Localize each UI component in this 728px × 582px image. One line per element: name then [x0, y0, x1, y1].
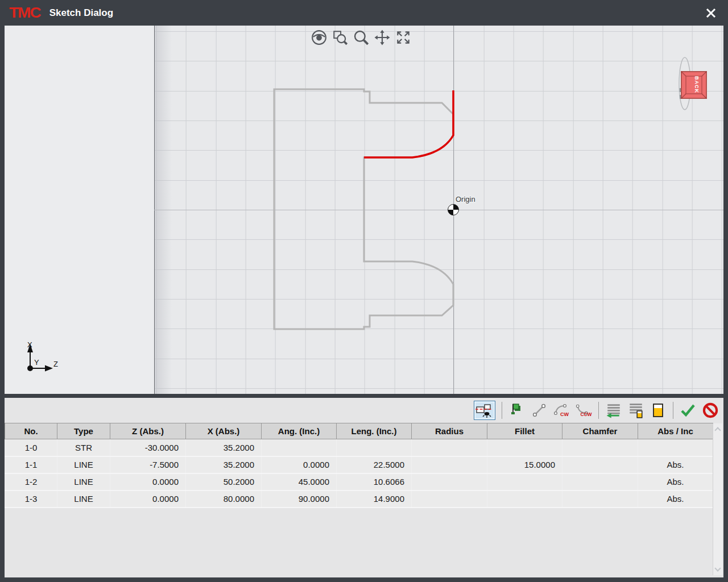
zoom-icon	[353, 30, 369, 45]
view-toolbar	[311, 29, 412, 46]
cell-absinc	[638, 439, 713, 456]
cw-label: CW	[560, 411, 569, 417]
cell-x[interactable]: 35.2000	[186, 456, 262, 473]
table-row[interactable]: 1-3 LINE 0.0000 80.0000 90.0000 14.9000 …	[5, 490, 713, 508]
cell-ang[interactable]: 0.0000	[262, 456, 337, 473]
cell-chamfer[interactable]	[562, 473, 638, 490]
fit-view-button[interactable]	[395, 29, 412, 46]
confirm-check-icon	[680, 403, 697, 418]
insert-row-after-button[interactable]	[627, 402, 644, 419]
window-title: Sketch Dialog	[49, 7, 113, 19]
pan-icon	[374, 30, 390, 45]
col-header-leng: Leng. (Inc.)	[337, 423, 412, 439]
zoom-window-button[interactable]	[332, 29, 349, 46]
insert-row-before-button[interactable]	[605, 402, 622, 419]
cell-ang[interactable]: 45.0000	[262, 473, 337, 490]
cell-fillet[interactable]: 15.0000	[487, 456, 562, 473]
col-header-ang: Ang. (Inc.)	[262, 423, 337, 439]
arc-cw-icon: CW	[553, 403, 570, 418]
cell-chamfer[interactable]	[562, 456, 638, 473]
sketch-toolbar: CW CCW	[5, 398, 719, 423]
toolbar-separator	[502, 402, 502, 419]
close-button[interactable]	[703, 5, 719, 21]
close-icon	[705, 7, 717, 19]
confirm-button[interactable]	[680, 402, 697, 419]
title-bar: TMC Sketch Dialog	[0, 0, 728, 26]
cell-leng[interactable]: 10.6066	[337, 473, 412, 490]
back-widget[interactable]: BACK	[664, 31, 721, 111]
cell-absinc[interactable]: Abs.	[638, 473, 713, 490]
arc-ccw-button[interactable]: CCW	[575, 402, 592, 419]
cell-z[interactable]: -30.0000	[110, 439, 186, 456]
sketch-canvas[interactable]: Origin X Y Z	[5, 26, 723, 394]
table-header-row: No. Type Z (Abs.) X (Abs.) Ang. (Inc.) L…	[5, 423, 713, 439]
cell-chamfer[interactable]	[562, 490, 638, 508]
cancel-button[interactable]	[702, 402, 719, 419]
cell-x[interactable]: 80.0000	[186, 490, 262, 508]
cell-type[interactable]: LINE	[57, 456, 110, 473]
flag-icon	[510, 402, 524, 418]
cell-leng[interactable]: 14.9000	[337, 490, 412, 508]
cell-fillet[interactable]	[487, 473, 562, 490]
cell-type[interactable]: LINE	[57, 490, 110, 508]
axis-label-y: Y	[34, 358, 39, 367]
zoom-window-icon	[332, 30, 348, 45]
sketch-dialog-window: TMC Sketch Dialog Origi	[0, 0, 728, 582]
z-axis-line	[154, 210, 723, 210]
col-header-chamfer: Chamfer	[562, 423, 638, 439]
cell-fillet[interactable]	[487, 490, 562, 508]
cell-x[interactable]: 50.2000	[186, 473, 262, 490]
table-row[interactable]: 1-0 STR -30.0000 35.2000	[5, 439, 713, 456]
line-icon	[532, 403, 547, 418]
profile-view-icon	[475, 403, 494, 418]
back-label: BACK	[694, 76, 700, 93]
cell-type[interactable]: STR	[57, 439, 110, 456]
cell-z[interactable]: -7.5000	[110, 456, 186, 473]
cell-absinc[interactable]: Abs.	[638, 456, 713, 473]
zoom-button[interactable]	[353, 29, 370, 46]
axis-triad: X Y Z	[27, 340, 58, 372]
table-scrollbar[interactable]	[713, 423, 722, 575]
cell-x[interactable]: 35.2000	[186, 439, 262, 456]
table-row[interactable]: 1-2 LINE 0.0000 50.2000 45.0000 10.6066 …	[5, 473, 713, 490]
col-header-type: Type	[57, 423, 110, 439]
cell-z[interactable]: 0.0000	[110, 490, 186, 508]
flag-button[interactable]	[508, 402, 526, 419]
sketch-table-panel: CW CCW	[5, 398, 723, 577]
cell-absinc[interactable]: Abs.	[638, 490, 713, 508]
edit-cell-button[interactable]	[650, 402, 667, 419]
line-tool-button[interactable]	[531, 402, 548, 419]
pan-button[interactable]	[374, 29, 391, 46]
cell-no[interactable]: 1-0	[5, 439, 57, 456]
insert-row-after-icon	[628, 402, 644, 418]
cell-leng[interactable]: 22.5000	[337, 456, 412, 473]
view-eye-icon	[311, 30, 327, 45]
cell-z[interactable]: 0.0000	[110, 473, 186, 490]
view-eye-button[interactable]	[311, 29, 328, 46]
arc-ccw-icon: CCW	[575, 403, 592, 418]
cell-chamfer	[562, 439, 638, 456]
cell-radius	[412, 456, 487, 473]
toolbar-separator	[598, 402, 599, 419]
col-header-no: No.	[5, 423, 57, 439]
cell-leng	[337, 439, 412, 456]
cell-no[interactable]: 1-1	[5, 456, 57, 473]
cell-radius	[412, 490, 487, 508]
scroll-down-icon[interactable]	[714, 565, 721, 571]
ccw-label: CCW	[580, 411, 592, 417]
col-header-radius: Radius	[412, 423, 487, 439]
profile-view-toggle-button[interactable]	[474, 401, 495, 420]
cell-radius	[412, 473, 487, 490]
arc-cw-button[interactable]: CW	[553, 402, 570, 419]
cell-no[interactable]: 1-2	[5, 473, 57, 490]
x-axis-line	[453, 26, 454, 394]
cell-radius	[412, 439, 487, 456]
fit-view-icon	[395, 30, 411, 45]
cell-no[interactable]: 1-3	[5, 490, 57, 508]
scroll-up-icon[interactable]	[714, 427, 721, 433]
panel-divider	[5, 394, 723, 398]
cell-ang[interactable]: 90.0000	[262, 490, 337, 508]
table-row[interactable]: 1-1 LINE -7.5000 35.2000 0.0000 22.5000 …	[5, 456, 713, 473]
cell-type[interactable]: LINE	[57, 473, 110, 490]
col-header-z: Z (Abs.)	[110, 423, 186, 439]
